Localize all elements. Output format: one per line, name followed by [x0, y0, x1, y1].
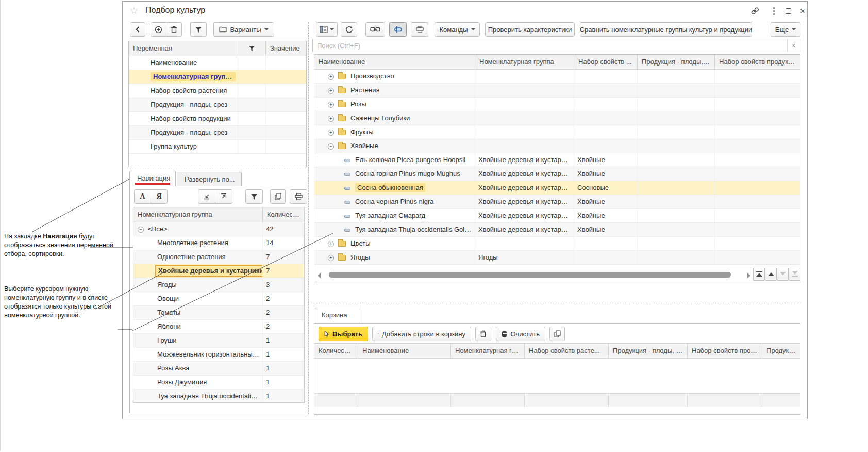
- vertical-splitter[interactable]: [308, 22, 309, 414]
- nav-row[interactable]: Розы Джумилия1: [133, 376, 304, 390]
- add-rows-button[interactable]: Добавить строки в корзину: [372, 327, 471, 341]
- print-button[interactable]: [411, 22, 428, 37]
- nav-row[interactable]: Томаты2: [133, 306, 304, 320]
- expand-expander-icon[interactable]: [328, 88, 334, 94]
- close-icon[interactable]: ×: [797, 6, 808, 16]
- compare-groups-button[interactable]: Сравнить номенклатурные группы культур и…: [580, 22, 752, 37]
- clear-button[interactable]: Очистить: [496, 327, 545, 341]
- tree-column-header[interactable]: Наименование: [314, 55, 475, 69]
- tab-navigation[interactable]: Навигация: [129, 171, 176, 186]
- expand-expander-icon[interactable]: [328, 130, 334, 136]
- basket-column-header[interactable]: Продукция -: [762, 344, 800, 358]
- tree-row[interactable]: Хвойные: [314, 139, 800, 153]
- basket-column-header[interactable]: Количество: [314, 344, 358, 358]
- basket-column-header[interactable]: Наименование: [358, 344, 451, 358]
- nav-row[interactable]: Овощи2: [133, 292, 304, 306]
- expand-expander-icon[interactable]: [328, 241, 334, 247]
- maximize-icon[interactable]: [782, 6, 794, 16]
- basket-copy-button[interactable]: [549, 327, 565, 341]
- column-header-count[interactable]: Количество: [263, 207, 304, 222]
- basket-hscroll-thumb[interactable]: [329, 414, 741, 415]
- refresh-button[interactable]: [341, 22, 357, 37]
- horizontal-splitter[interactable]: [127, 169, 306, 169]
- basket-hscrollbar[interactable]: [323, 414, 788, 415]
- window-menu-icon[interactable]: [768, 6, 779, 16]
- tree-row[interactable]: Растения: [314, 84, 800, 98]
- filter-button[interactable]: [190, 22, 207, 37]
- add-button[interactable]: [151, 22, 166, 37]
- filter-row[interactable]: Продукция - плоды, срез: [129, 126, 306, 140]
- tree-row[interactable]: Фрукты: [314, 125, 800, 139]
- horizontal-splitter-basket[interactable]: [311, 303, 802, 303]
- nav-row[interactable]: Ягоды3: [133, 278, 304, 292]
- tree-column-header[interactable]: Продукция - плоды, срез: [638, 55, 715, 69]
- tree-row[interactable]: Сосна горная Pinus mugo MughusХвойные де…: [314, 167, 800, 181]
- collapse-expander-icon[interactable]: [328, 143, 334, 150]
- view-mode-button[interactable]: [316, 22, 338, 37]
- nav-row[interactable]: Многолетние растения14: [133, 236, 304, 250]
- search-clear-icon[interactable]: x: [787, 39, 800, 52]
- basket-column-header[interactable]: Набор свойств расте...: [525, 344, 609, 358]
- favorite-star-icon[interactable]: ☆: [130, 5, 138, 17]
- scroll-left-icon[interactable]: [318, 273, 321, 278]
- back-button[interactable]: [130, 22, 145, 37]
- select-button[interactable]: Выбрать: [319, 327, 368, 341]
- tree-hscrollbar[interactable]: [324, 271, 744, 278]
- basket-column-header[interactable]: Номенклатурная гр...: [451, 344, 525, 358]
- nav-copy-button[interactable]: [270, 189, 286, 204]
- variants-button[interactable]: Варианты: [213, 22, 274, 37]
- filter-row[interactable]: Набор свойств растения: [129, 84, 306, 98]
- tab-basket[interactable]: Корзина: [314, 308, 359, 323]
- check-characteristics-button[interactable]: Проверить характеристики: [485, 22, 575, 37]
- link-mode-button[interactable]: [365, 22, 385, 37]
- sort-asc-button[interactable]: А: [134, 189, 151, 204]
- basket-column-header[interactable]: Продукция - плоды, срез: [609, 344, 688, 358]
- search-input[interactable]: [313, 39, 787, 52]
- nav-row[interactable]: Хвойные деревья и кустарники7: [133, 264, 304, 278]
- tree-row[interactable]: Сосна черная Pinus nigraХвойные деревья …: [314, 195, 800, 209]
- go-first-button[interactable]: [753, 268, 765, 281]
- sort-desc-button[interactable]: Я: [151, 189, 168, 204]
- column-header-value[interactable]: Значение: [266, 41, 306, 56]
- scroll-right-icon[interactable]: [747, 273, 750, 278]
- tree-row[interactable]: Туя западная СмарагдХвойные деревья и ку…: [314, 209, 800, 223]
- tree-row[interactable]: Производство: [314, 70, 800, 84]
- more-button[interactable]: Еще: [771, 22, 800, 37]
- column-header-group[interactable]: Номенклатурная группа: [133, 207, 263, 222]
- nav-row[interactable]: Груши1: [133, 334, 304, 348]
- tree-column-header[interactable]: Набор свойств продукции: [715, 55, 800, 69]
- collapse-expander-icon[interactable]: [138, 227, 144, 233]
- filter-row[interactable]: Набор свойств продукции: [129, 112, 306, 126]
- nav-row[interactable]: Розы Аква1: [133, 362, 304, 376]
- tree-row[interactable]: Розы: [314, 98, 800, 111]
- expand-expander-icon[interactable]: [328, 255, 334, 261]
- get-link-icon[interactable]: [749, 6, 761, 16]
- nav-row[interactable]: <Все>42: [133, 222, 304, 236]
- tree-row[interactable]: Сосна обыкновеннаяХвойные деревья и куст…: [314, 181, 800, 195]
- column-header-filter[interactable]: [238, 41, 266, 56]
- expand-expander-icon[interactable]: [328, 102, 334, 108]
- tree-hscroll-thumb[interactable]: [329, 272, 731, 278]
- tree-row[interactable]: Цветы: [314, 237, 800, 251]
- column-header-variable[interactable]: Переменная: [129, 41, 238, 56]
- expand-all-button[interactable]: [215, 189, 232, 204]
- tab-expand-by[interactable]: Развернуть по...: [177, 172, 242, 186]
- tree-row[interactable]: Туя западная Thuja occidentalis Golde...…: [314, 223, 800, 237]
- filter-row[interactable]: Продукция - плоды, срез: [129, 98, 306, 112]
- expand-expander-icon[interactable]: [328, 74, 334, 80]
- nav-row[interactable]: Можжевельник горизонтальный...1: [133, 348, 304, 362]
- tree-row[interactable]: Ель колючая Picea pungens HoopsiiХвойные…: [314, 153, 800, 167]
- collapse-all-button[interactable]: [198, 189, 215, 204]
- nav-row[interactable]: Яблони2: [133, 320, 304, 334]
- interval-button[interactable]: [389, 22, 407, 37]
- go-up-button[interactable]: [765, 268, 777, 281]
- filter-row[interactable]: Номенклатурная группа: [129, 70, 306, 84]
- basket-column-header[interactable]: Набор свойств проду...: [688, 344, 762, 358]
- expand-expander-icon[interactable]: [328, 116, 334, 122]
- go-down-button[interactable]: [777, 268, 789, 281]
- commands-button[interactable]: Команды: [435, 22, 480, 37]
- filter-row[interactable]: Группа культур: [129, 140, 306, 154]
- nav-row[interactable]: Туя западная Thuja occidentalis...1: [133, 390, 304, 403]
- basket-delete-button[interactable]: [475, 327, 491, 341]
- nav-print-button[interactable]: [290, 189, 307, 204]
